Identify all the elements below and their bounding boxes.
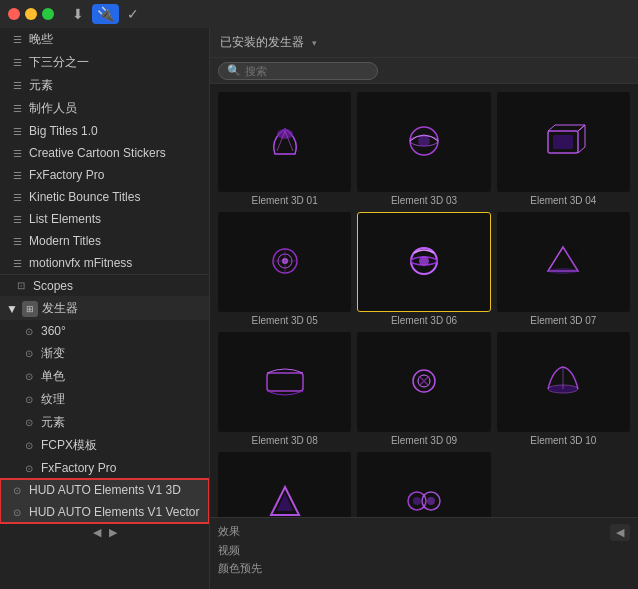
thumbnail-e3d07 bbox=[497, 212, 630, 312]
gen-gradient-icon: ⊙ bbox=[22, 347, 36, 361]
sidebar-item-modern[interactable]: ☰ Modern Titles bbox=[0, 230, 209, 252]
shape-e3d05 bbox=[219, 213, 350, 311]
main-area: ☰ 晚些 ☰ 下三分之一 ☰ 元素 ☰ 制作人员 ☰ Big Titles 1.… bbox=[0, 28, 638, 589]
shape-e3d06 bbox=[358, 213, 489, 311]
svg-rect-5 bbox=[553, 135, 573, 149]
sidebar-item-list[interactable]: ☰ List Elements bbox=[0, 208, 209, 230]
sidebar-item-big-titles[interactable]: ☰ Big Titles 1.0 bbox=[0, 120, 209, 142]
grid-item-e3d06[interactable]: Element 3D 06 bbox=[357, 212, 490, 326]
nav-right-arrow[interactable]: ▶ bbox=[109, 526, 117, 539]
sidebar-item-fcpx[interactable]: ⊙ FCPX模板 bbox=[0, 434, 209, 457]
sidebar-item-fxfactory[interactable]: ☰ FxFactory Pro bbox=[0, 164, 209, 186]
thumbnail-label-e3d03: Element 3D 03 bbox=[391, 195, 457, 206]
grid-item-e3d08[interactable]: Element 3D 08 bbox=[218, 332, 351, 446]
sidebar-item-label: FxFactory Pro bbox=[41, 461, 116, 475]
dropdown-arrow[interactable]: ▾ bbox=[312, 38, 317, 48]
thumbnail-label-e3d09: Element 3D 09 bbox=[391, 435, 457, 446]
minimize-button[interactable] bbox=[25, 8, 37, 20]
thumbnail-e3d022 bbox=[357, 452, 490, 517]
grid-item-e3d03[interactable]: Element 3D 03 bbox=[357, 92, 490, 206]
sidebar-item-gradient[interactable]: ⊙ 渐变 bbox=[0, 342, 209, 365]
sidebar-item-hud-3d[interactable]: ⊙ HUD AUTO Elements V1 3D bbox=[0, 479, 209, 501]
sidebar-item-cartoon[interactable]: ☰ Creative Cartoon Stickers bbox=[0, 142, 209, 164]
right-topbar: 已安装的发生器 ▾ bbox=[210, 28, 638, 58]
sidebar-item-label: 下三分之一 bbox=[29, 54, 89, 71]
titlebar: ⬇ 🔌 ✓ bbox=[0, 0, 638, 28]
item-icon: ☰ bbox=[10, 256, 24, 270]
item-icon: ☰ bbox=[10, 212, 24, 226]
effects-row: 效果 bbox=[218, 523, 273, 541]
sidebar-item-label: FCPX模板 bbox=[41, 437, 97, 454]
shape-e3d03 bbox=[358, 93, 489, 191]
video-row: 视频 bbox=[218, 541, 630, 559]
color-preview-row: 颜色预先 bbox=[218, 559, 630, 577]
grid-item-e3d09[interactable]: Element 3D 09 bbox=[357, 332, 490, 446]
generator-icon: ⊞ bbox=[22, 301, 38, 317]
video-label: 视频 bbox=[218, 543, 273, 558]
sidebar-item-element2[interactable]: ⊙ 元素 bbox=[0, 411, 209, 434]
grid-item-e3d04[interactable]: Element 3D 04 bbox=[497, 92, 630, 206]
hud-3d-label: HUD AUTO Elements V1 3D bbox=[29, 483, 181, 497]
sidebar-item-label: 元素 bbox=[41, 414, 65, 431]
color-preview-label: 颜色预先 bbox=[218, 561, 273, 576]
gen-texture-icon: ⊙ bbox=[22, 393, 36, 407]
shape-e3d04 bbox=[498, 93, 629, 191]
download-icon[interactable]: ⬇ bbox=[72, 6, 84, 22]
hud-vector-icon: ⊙ bbox=[10, 505, 24, 519]
gen-element-icon: ⊙ bbox=[22, 416, 36, 430]
grid-item-e3d07[interactable]: Element 3D 07 bbox=[497, 212, 630, 326]
sidebar-item-label: motionvfx mFitness bbox=[29, 256, 132, 270]
item-icon: ☰ bbox=[10, 79, 24, 93]
check-icon[interactable]: ✓ bbox=[127, 6, 139, 22]
sidebar: ☰ 晚些 ☰ 下三分之一 ☰ 元素 ☰ 制作人员 ☰ Big Titles 1.… bbox=[0, 28, 210, 589]
thumbnail-label-e3d04: Element 3D 04 bbox=[530, 195, 596, 206]
sidebar-item-motionfx[interactable]: ☰ motionvfx mFitness bbox=[0, 252, 209, 274]
sidebar-item-label: Kinetic Bounce Titles bbox=[29, 190, 140, 204]
shape-e3d022 bbox=[358, 453, 489, 517]
thumbnail-e3d06 bbox=[357, 212, 490, 312]
grid-item-e3d10[interactable]: Element 3D 10 bbox=[497, 332, 630, 446]
titlebar-icons: ⬇ 🔌 ✓ bbox=[72, 4, 139, 24]
search-input[interactable] bbox=[245, 65, 365, 77]
grid-item-e3d01[interactable]: Element 3D 01 bbox=[218, 92, 351, 206]
sidebar-item-scopes[interactable]: ⊡ Scopes bbox=[0, 274, 209, 296]
generator-section-header[interactable]: ▼ ⊞ 发生器 bbox=[0, 296, 209, 320]
sidebar-item-evening[interactable]: ☰ 晚些 bbox=[0, 28, 209, 51]
collapse-icon: ◀ bbox=[616, 526, 624, 539]
thumbnail-e3d03 bbox=[357, 92, 490, 192]
scopes-label: Scopes bbox=[33, 279, 73, 293]
sidebar-item-label: 360° bbox=[41, 324, 66, 338]
maximize-button[interactable] bbox=[42, 8, 54, 20]
gen-360-icon: ⊙ bbox=[22, 324, 36, 338]
sidebar-item-label: Big Titles 1.0 bbox=[29, 124, 98, 138]
sidebar-item-element[interactable]: ☰ 元素 bbox=[0, 74, 209, 97]
sidebar-item-crew[interactable]: ☰ 制作人员 bbox=[0, 97, 209, 120]
collapse-button[interactable]: ◀ bbox=[610, 524, 630, 541]
effects-label: 效果 bbox=[218, 524, 273, 539]
plugin-icon[interactable]: 🔌 bbox=[92, 4, 119, 24]
thumbnail-e3d04 bbox=[497, 92, 630, 192]
grid-item-e3d05[interactable]: Element 3D 05 bbox=[218, 212, 351, 326]
sidebar-item-360[interactable]: ⊙ 360° bbox=[0, 320, 209, 342]
sidebar-item-label: 晚些 bbox=[29, 31, 53, 48]
sidebar-item-solid[interactable]: ⊙ 单色 bbox=[0, 365, 209, 388]
shape-e3d01 bbox=[219, 93, 350, 191]
search-bar: 🔍 bbox=[210, 58, 638, 84]
grid-item-e3d11[interactable]: Element 3D 11 bbox=[218, 452, 351, 517]
sidebar-item-label: 制作人员 bbox=[29, 100, 77, 117]
sidebar-item-texture[interactable]: ⊙ 纹理 bbox=[0, 388, 209, 411]
right-panel: 已安装的发生器 ▾ 🔍 Element 3D 01Element 3D 03El… bbox=[210, 28, 638, 589]
sidebar-item-fxfactory2[interactable]: ⊙ FxFactory Pro bbox=[0, 457, 209, 479]
sidebar-item-label: 元素 bbox=[29, 77, 53, 94]
sidebar-item-lower-third[interactable]: ☰ 下三分之一 bbox=[0, 51, 209, 74]
thumbnail-label-e3d08: Element 3D 08 bbox=[252, 435, 318, 446]
sidebar-item-hud-vector[interactable]: ⊙ HUD AUTO Elements V1 Vector bbox=[0, 501, 209, 523]
sidebar-item-kinetic[interactable]: ☰ Kinetic Bounce Titles bbox=[0, 186, 209, 208]
nav-left-arrow[interactable]: ◀ bbox=[93, 526, 101, 539]
svg-point-3 bbox=[418, 135, 430, 147]
close-button[interactable] bbox=[8, 8, 20, 20]
shape-e3d07 bbox=[498, 213, 629, 311]
expand-arrow: ▼ bbox=[6, 302, 18, 316]
grid-item-e3d022[interactable]: Element 3D 022 bbox=[357, 452, 490, 517]
thumbnail-e3d05 bbox=[218, 212, 351, 312]
